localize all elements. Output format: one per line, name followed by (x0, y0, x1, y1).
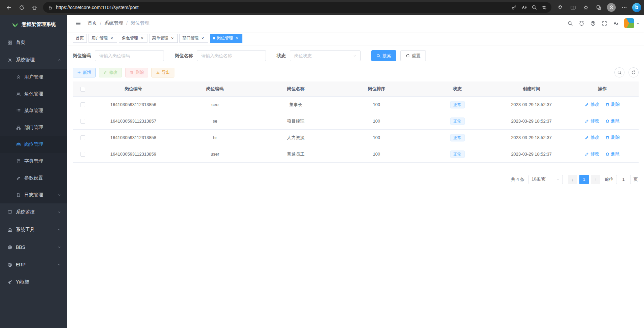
sidebar-item-yi-framework[interactable]: Yi框架 (0, 273, 67, 291)
sidebar-item-bbs[interactable]: BBS (0, 238, 67, 256)
row-delete-button[interactable]: 删除 (605, 134, 620, 140)
edit-button[interactable]: 修改 (99, 68, 122, 77)
sidebar-item-home[interactable]: 首页 (0, 34, 67, 51)
sidebar-item-user-mgmt[interactable]: 用户管理 (0, 69, 67, 86)
globe-icon (7, 262, 12, 267)
refresh-button[interactable] (15, 1, 28, 13)
next-page-button[interactable] (591, 175, 600, 184)
document-icon (16, 193, 21, 197)
refresh-table-button[interactable] (629, 67, 639, 77)
prev-page-button[interactable] (568, 175, 577, 184)
search-button[interactable]: 搜索 (371, 50, 396, 61)
chevron-down-icon (57, 245, 61, 249)
row-edit-button[interactable]: 修改 (585, 118, 599, 124)
delete-button[interactable]: 删除 (125, 68, 148, 77)
filter-form: 岗位编码 岗位名称 状态 岗位状态 搜索 (73, 50, 639, 61)
column-header-created: 创建时间 (497, 81, 566, 96)
browser-menu-icon[interactable] (618, 1, 630, 13)
browser-profile-avatar[interactable] (605, 1, 617, 13)
tab-dept-mgmt[interactable]: 部门管理× (179, 34, 208, 43)
sidebar-item-log-mgmt[interactable]: 日志管理 (0, 187, 67, 203)
sidebar-item-system-monitor[interactable]: 系统监控 (0, 203, 67, 221)
favorites-icon[interactable] (580, 1, 592, 13)
read-aloud-icon[interactable] (519, 3, 529, 12)
row-edit-button[interactable]: 修改 (585, 134, 599, 140)
sidebar-item-menu-mgmt[interactable]: 菜单管理 (0, 102, 67, 119)
github-icon-button[interactable] (576, 18, 587, 29)
book-icon (16, 159, 21, 164)
sidebar-item-dict-mgmt[interactable]: 字典管理 (0, 153, 67, 170)
search-icon-button[interactable] (564, 18, 576, 29)
edit-icon (585, 119, 589, 123)
sidebar-item-role-mgmt[interactable]: 角色管理 (0, 86, 67, 102)
table-toolbar: 新增 修改 删除 导出 (73, 67, 639, 77)
row-checkbox[interactable] (80, 152, 85, 157)
status-badge: 正常 (450, 101, 465, 108)
tab-home[interactable]: 首页 (73, 34, 87, 43)
bing-icon[interactable]: b (632, 3, 641, 12)
extensions-icon[interactable] (554, 1, 566, 13)
cell-post-code: user (174, 146, 256, 162)
sidebar-item-param-settings[interactable]: 参数设置 (0, 170, 67, 187)
font-size-icon-button[interactable] (610, 18, 621, 29)
post-code-input[interactable] (95, 50, 164, 61)
fullscreen-icon-button[interactable] (599, 18, 610, 29)
row-checkbox[interactable] (80, 119, 85, 124)
chevron-down-icon (556, 177, 560, 181)
row-delete-button[interactable]: 删除 (605, 151, 620, 157)
cell-post-id: 1641030593112313856 (93, 96, 174, 113)
split-screen-icon[interactable] (567, 1, 579, 13)
zoom-icon[interactable] (529, 3, 539, 12)
post-name-input[interactable] (197, 50, 266, 61)
sidebar-item-post-mgmt[interactable]: 岗位管理 (0, 136, 67, 153)
close-icon[interactable]: × (140, 36, 144, 41)
cell-post-name: 人力资源 (256, 129, 335, 146)
post-name-label: 岗位名称 (175, 53, 193, 59)
goto-page-input[interactable] (616, 175, 631, 184)
sidebar-item-dept-mgmt[interactable]: 部门管理 (0, 119, 67, 136)
tab-menu-mgmt[interactable]: 菜单管理× (149, 34, 178, 43)
close-icon[interactable]: × (200, 36, 205, 41)
chevron-down-icon (57, 210, 61, 214)
address-bar[interactable]: https://ccnetcore.com:1101/system/post (43, 2, 551, 13)
select-all-checkbox[interactable] (80, 87, 85, 92)
sidebar-toggle-button[interactable] (72, 17, 84, 29)
cell-created-time: 2023-03-29 18:52:37 (497, 129, 566, 146)
status-badge: 正常 (450, 118, 465, 125)
row-delete-button[interactable]: 删除 (605, 118, 620, 124)
row-delete-button[interactable]: 删除 (605, 101, 620, 107)
close-icon[interactable]: × (235, 36, 239, 41)
row-checkbox[interactable] (80, 102, 85, 107)
home-button[interactable] (28, 1, 40, 13)
add-favorite-icon[interactable] (539, 3, 549, 12)
status-select[interactable]: 岗位状态 (290, 50, 361, 61)
export-button[interactable]: 导出 (151, 68, 174, 77)
collections-icon[interactable] (592, 1, 605, 13)
page-size-select[interactable]: 10条/页 (529, 175, 563, 184)
add-button[interactable]: 新增 (73, 68, 96, 77)
close-icon[interactable]: × (109, 36, 114, 41)
back-button[interactable] (3, 1, 15, 13)
user-avatar[interactable] (624, 18, 634, 28)
row-edit-button[interactable]: 修改 (585, 151, 599, 157)
tab-role-mgmt[interactable]: 角色管理× (119, 34, 147, 43)
row-checkbox[interactable] (80, 135, 85, 140)
password-key-icon[interactable] (509, 3, 519, 12)
sidebar-item-system-tools[interactable]: 系统工具 (0, 221, 67, 238)
page-number-button[interactable]: 1 (579, 175, 589, 184)
goto-unit: 页 (634, 176, 638, 183)
sidebar-item-erp[interactable]: ERP (0, 256, 67, 273)
help-icon-button[interactable] (587, 18, 599, 29)
list-icon (16, 108, 21, 113)
reset-button[interactable]: 重置 (400, 50, 426, 61)
user-menu-caret-icon[interactable] (637, 23, 639, 26)
sidebar-item-system-mgmt[interactable]: 系统管理 (0, 51, 67, 69)
close-icon[interactable]: × (170, 36, 175, 41)
tab-user-mgmt[interactable]: 用户管理× (89, 34, 117, 43)
breadcrumb-item-home[interactable]: 首页 (88, 20, 97, 26)
row-edit-button[interactable]: 修改 (585, 101, 599, 107)
breadcrumb-item-system-mgmt[interactable]: 系统管理 (104, 20, 123, 26)
plus-icon (77, 70, 81, 74)
toggle-search-button[interactable] (614, 67, 624, 77)
tab-post-mgmt[interactable]: 岗位管理× (210, 34, 242, 43)
